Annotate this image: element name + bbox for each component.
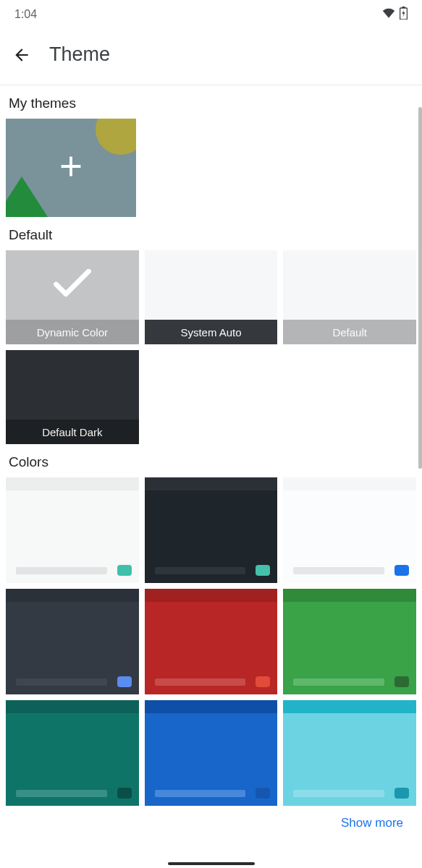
swatch-body xyxy=(6,713,139,806)
color-swatch-0[interactable] xyxy=(6,477,139,583)
show-more-link[interactable]: Show more xyxy=(6,806,416,830)
color-swatch-8[interactable] xyxy=(283,700,416,806)
theme-card-default-dark[interactable]: Default Dark xyxy=(6,350,139,444)
theme-label: System Auto xyxy=(145,320,278,344)
swatch-chip xyxy=(117,676,132,687)
swatch-chip xyxy=(117,565,132,576)
swatch-body xyxy=(145,602,278,694)
theme-card-default[interactable]: Default xyxy=(283,250,416,344)
swatch-bar xyxy=(293,790,384,797)
swatch-header xyxy=(145,589,278,602)
swatch-bar xyxy=(155,790,246,797)
swatch-header xyxy=(6,700,139,713)
svg-rect-1 xyxy=(402,7,405,9)
swatch-bar xyxy=(155,567,246,574)
color-swatch-1[interactable] xyxy=(145,477,278,583)
swatch-header xyxy=(283,477,416,490)
color-swatch-7[interactable] xyxy=(145,700,278,806)
swatch-chip xyxy=(256,565,270,576)
status-icons xyxy=(382,7,408,22)
sun-shape xyxy=(96,119,136,155)
wifi-icon xyxy=(382,8,395,21)
swatch-header xyxy=(6,477,139,490)
color-swatch-5[interactable] xyxy=(283,589,416,694)
back-button[interactable] xyxy=(12,45,32,65)
swatch-bar xyxy=(293,678,384,686)
swatch-chip xyxy=(394,676,409,687)
swatch-body xyxy=(283,713,416,806)
colors-grid xyxy=(6,477,416,806)
content-area: My themes Default Dynamic ColorSystem Au… xyxy=(0,85,422,830)
arrow-left-icon xyxy=(12,46,31,64)
swatch-header xyxy=(283,700,416,713)
swatch-bar xyxy=(16,790,107,797)
theme-preview xyxy=(283,250,416,320)
swatch-body xyxy=(283,602,416,694)
swatch-body xyxy=(6,602,139,694)
nav-handle[interactable] xyxy=(168,862,255,865)
theme-card-dynamic-color[interactable]: Dynamic Color xyxy=(6,250,139,344)
swatch-chip xyxy=(117,788,132,799)
theme-label: Default xyxy=(283,320,416,344)
default-themes-grid: Dynamic ColorSystem AutoDefaultDefault D… xyxy=(6,250,416,444)
plus-icon xyxy=(54,150,88,186)
swatch-header xyxy=(6,589,139,602)
swatch-body xyxy=(6,490,139,583)
swatch-chip xyxy=(256,676,270,687)
swatch-bar xyxy=(293,567,384,574)
mountain-shape xyxy=(6,176,48,217)
color-swatch-4[interactable] xyxy=(145,589,278,694)
color-swatch-3[interactable] xyxy=(6,589,139,694)
battery-icon xyxy=(400,7,408,22)
swatch-body xyxy=(145,490,278,583)
scrollbar[interactable] xyxy=(418,107,422,469)
color-swatch-6[interactable] xyxy=(6,700,139,806)
color-swatch-2[interactable] xyxy=(283,477,416,583)
status-bar: 1:04 xyxy=(0,0,422,26)
theme-preview xyxy=(6,350,139,420)
checkmark-icon xyxy=(53,269,92,302)
swatch-chip xyxy=(394,788,409,799)
swatch-chip xyxy=(394,565,409,576)
section-colors-title: Colors xyxy=(6,444,416,477)
status-time: 1:04 xyxy=(14,8,37,21)
swatch-bar xyxy=(16,567,107,574)
swatch-body xyxy=(145,713,278,806)
theme-card-system-auto[interactable]: System Auto xyxy=(145,250,278,344)
swatch-header xyxy=(145,477,278,490)
swatch-body xyxy=(283,490,416,583)
theme-preview xyxy=(145,250,278,320)
theme-label: Dynamic Color xyxy=(6,320,139,344)
swatch-header xyxy=(145,700,278,713)
section-default-title: Default xyxy=(6,217,416,250)
add-theme-tile[interactable] xyxy=(6,119,136,217)
theme-label: Default Dark xyxy=(6,420,139,444)
swatch-bar xyxy=(16,678,107,686)
section-my-themes-title: My themes xyxy=(6,85,416,119)
page-title: Theme xyxy=(49,43,110,66)
swatch-bar xyxy=(155,678,246,686)
swatch-chip xyxy=(256,788,270,799)
swatch-header xyxy=(283,589,416,602)
app-header: Theme xyxy=(0,26,422,85)
